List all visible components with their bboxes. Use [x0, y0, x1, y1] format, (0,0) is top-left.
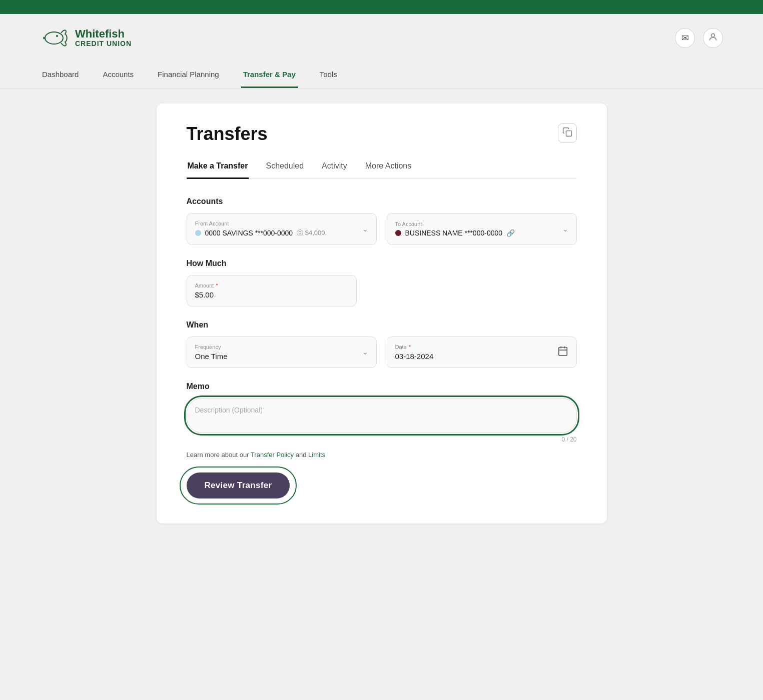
to-account-value: BUSINESS NAME ***000-0000 🔗	[395, 229, 515, 237]
from-account-dot	[195, 230, 201, 236]
memo-placeholder: Description (Optional)	[195, 406, 263, 414]
nav-accounts[interactable]: Accounts	[101, 62, 136, 88]
memo-section: Memo Description (Optional) 0 / 20	[187, 382, 577, 443]
amount-value: $5.00	[195, 290, 348, 299]
frequency-chevron: ⌄	[362, 348, 368, 356]
transfers-card: Transfers Make a Transfer Scheduled Acti…	[157, 104, 607, 524]
from-account-label: From Account	[195, 220, 327, 226]
user-icon	[708, 32, 718, 44]
to-account-label: To Account	[395, 221, 515, 227]
when-section-label: When	[187, 320, 577, 330]
from-account-inner: From Account 0000 SAVINGS ***000-0000 ⓪ …	[195, 220, 327, 238]
nav-tools[interactable]: Tools	[318, 62, 339, 88]
mail-icon: ✉	[681, 32, 689, 44]
memo-section-label: Memo	[187, 382, 577, 391]
policy-text: Learn more about our Transfer Policy and…	[187, 451, 577, 458]
to-account-inner: To Account BUSINESS NAME ***000-0000 🔗	[395, 221, 515, 237]
to-account-chevron: ⌄	[562, 225, 568, 233]
from-account-chevron: ⌄	[362, 225, 368, 233]
svg-rect-4	[558, 347, 567, 356]
logo-subtitle: CREDIT UNION	[75, 40, 132, 48]
top-bar	[0, 0, 763, 14]
review-transfer-button[interactable]: Review Transfer	[187, 472, 290, 498]
frequency-inner: Frequency One Time	[195, 344, 228, 360]
logo-area: Whitefish CREDIT UNION	[40, 23, 132, 53]
tab-more-actions[interactable]: More Actions	[364, 156, 412, 179]
transfer-policy-link[interactable]: Transfer Policy	[251, 451, 294, 458]
from-account-value: 0000 SAVINGS ***000-0000 ⓪ $4,000.	[195, 228, 327, 238]
frequency-value: One Time	[195, 352, 228, 360]
copy-button[interactable]	[558, 124, 577, 142]
copy-icon	[562, 127, 572, 140]
header: Whitefish CREDIT UNION ✉	[0, 14, 763, 62]
accounts-section-label: Accounts	[187, 197, 577, 206]
date-inner: Date * 03-18-2024	[395, 344, 434, 360]
card-header: Transfers	[187, 124, 577, 144]
svg-rect-3	[566, 130, 571, 136]
tab-scheduled[interactable]: Scheduled	[265, 156, 305, 179]
mail-button[interactable]: ✉	[675, 28, 695, 48]
frequency-select[interactable]: Frequency One Time ⌄	[187, 336, 377, 368]
main-content: Transfers Make a Transfer Scheduled Acti…	[0, 88, 763, 538]
logo-icon	[40, 23, 70, 53]
date-required-star: *	[409, 344, 411, 350]
to-account-select[interactable]: To Account BUSINESS NAME ***000-0000 🔗 ⌄	[387, 213, 577, 245]
limits-link[interactable]: Limits	[308, 451, 325, 458]
memo-counter: 0 / 20	[187, 436, 577, 443]
memo-input-wrapper[interactable]: Description (Optional)	[187, 398, 577, 433]
nav-transfer-pay[interactable]: Transfer & Pay	[241, 62, 298, 88]
date-field[interactable]: Date * 03-18-2024	[387, 336, 577, 368]
tab-make-transfer[interactable]: Make a Transfer	[187, 156, 249, 179]
date-label: Date *	[395, 344, 434, 350]
amount-field-label: Amount *	[195, 282, 348, 288]
header-icons: ✉	[675, 28, 723, 48]
review-btn-wrapper: Review Transfer	[187, 472, 290, 498]
link-icon: 🔗	[506, 229, 515, 237]
calendar-icon	[557, 346, 568, 359]
to-account-dot	[395, 230, 401, 236]
nav-financial-planning[interactable]: Financial Planning	[156, 62, 221, 88]
logo-name: Whitefish	[75, 28, 132, 40]
page-title: Transfers	[187, 124, 268, 144]
frequency-label: Frequency	[195, 344, 228, 350]
user-button[interactable]	[703, 28, 723, 48]
tab-activity[interactable]: Activity	[321, 156, 348, 179]
logo-text: Whitefish CREDIT UNION	[75, 28, 132, 48]
when-row: Frequency One Time ⌄ Date * 03-18-2024	[187, 336, 577, 368]
accounts-row: From Account 0000 SAVINGS ***000-0000 ⓪ …	[187, 213, 577, 245]
nav-dashboard[interactable]: Dashboard	[40, 62, 81, 88]
amount-required-star: *	[216, 282, 218, 288]
amount-field[interactable]: Amount * $5.00	[187, 275, 357, 306]
date-value: 03-18-2024	[395, 352, 434, 360]
svg-point-2	[711, 34, 715, 37]
svg-point-1	[56, 35, 58, 37]
how-much-section-label: How Much	[187, 259, 577, 268]
svg-point-0	[45, 32, 63, 44]
nav: Dashboard Accounts Financial Planning Tr…	[0, 62, 763, 88]
tabs: Make a Transfer Scheduled Activity More …	[187, 156, 577, 179]
from-account-select[interactable]: From Account 0000 SAVINGS ***000-0000 ⓪ …	[187, 213, 377, 245]
